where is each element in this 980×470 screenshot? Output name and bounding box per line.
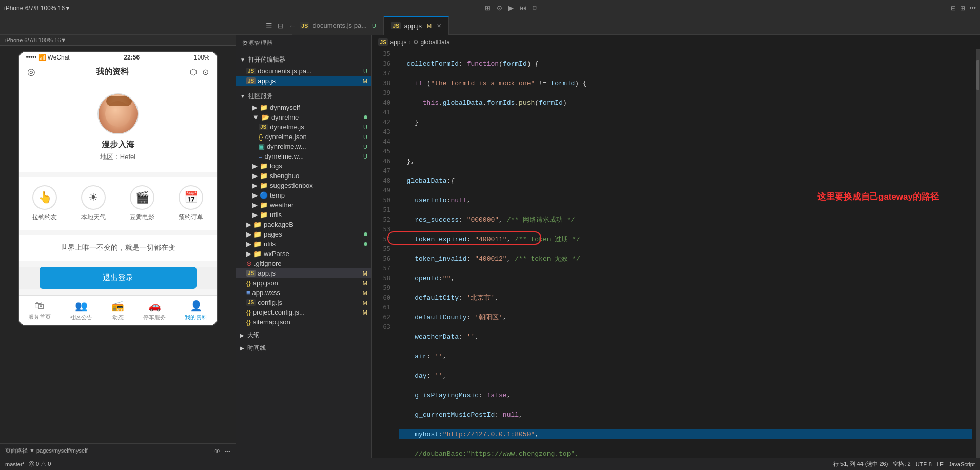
- folder-dynrelme[interactable]: ▼ 📂 dynrelme: [236, 112, 371, 122]
- outline-header[interactable]: ▶ 大纲: [236, 329, 371, 342]
- menu-item-1[interactable]: ☀ 本地天气: [72, 185, 115, 222]
- appjson-icon: {}: [246, 279, 251, 287]
- nav-location-icon[interactable]: ◎: [27, 66, 35, 77]
- layout-icon[interactable]: ⊟: [951, 5, 956, 12]
- skip-icon[interactable]: ⏮: [520, 4, 526, 12]
- nav-camera-icon[interactable]: ⊙: [202, 67, 209, 77]
- play-icon[interactable]: ▶: [508, 4, 514, 12]
- file-appjs-root[interactable]: JS app.js M: [236, 268, 371, 278]
- open-file-documents-badge: U: [363, 68, 367, 74]
- nav-compass-icon[interactable]: ⬡: [190, 67, 197, 77]
- timeline-header[interactable]: ▶ 时间线: [236, 342, 371, 355]
- more-icon[interactable]: •••: [969, 5, 976, 12]
- file-appjson-name: app.json: [253, 279, 278, 287]
- bottom-nav-dynamic[interactable]: 📻 动态: [111, 300, 124, 321]
- main-layout: iPhone 6/7/8 100% 16▼ ••••• 📶 WeChat 22:…: [0, 35, 980, 458]
- folder-weather-name: weather: [270, 201, 293, 209]
- bottom-nav-profile[interactable]: 👤 我的资料: [185, 300, 207, 321]
- language[interactable]: JavaScript: [949, 461, 975, 467]
- menu-item-0[interactable]: 👆 拉钩约友: [23, 185, 67, 222]
- explorer-nav-fwd[interactable]: →: [301, 22, 308, 30]
- folder-arrow-shenghuo: ▶: [252, 172, 258, 180]
- explorer-menu-icon[interactable]: ☰: [266, 22, 272, 30]
- git-branch[interactable]: master*: [5, 461, 25, 467]
- folder-dynmyself[interactable]: ▶ 📁 dynmyself: [236, 103, 371, 112]
- open-file-appjs[interactable]: JS app.js M: [236, 76, 371, 86]
- error-count: ⓪ 0 △ 0: [29, 460, 51, 468]
- split-icon[interactable]: ⊞: [960, 5, 965, 12]
- bottom-nav-home[interactable]: 🛍 服务首页: [28, 300, 51, 321]
- folder-utils[interactable]: ▶ 📁 utils: [236, 239, 371, 249]
- explorer-nav-back[interactable]: ←: [289, 22, 296, 30]
- code-line-39: [399, 137, 972, 147]
- open-editors-header[interactable]: ▼ 打开的编辑器: [236, 53, 371, 66]
- code-line-53: g_currentMusicPostId: null,: [399, 410, 972, 420]
- open-file-documents[interactable]: JS documents.js pa... U: [236, 66, 371, 76]
- home-icon: 🛍: [34, 300, 45, 311]
- tab-close-button[interactable]: ✕: [437, 23, 441, 29]
- folder-utils-inner[interactable]: ▶ 📁 utils: [236, 210, 371, 220]
- file-dynrelme-wxss[interactable]: ≡ dynrelme.w... U: [236, 151, 371, 161]
- code-line-41: globalData:{: [399, 176, 972, 186]
- tab-app-js-label: app.js: [404, 22, 422, 30]
- menu-icon-3: 📅: [179, 185, 203, 210]
- preview-icon[interactable]: 👁: [214, 448, 220, 454]
- phone-device-bar: iPhone 6/7/8 100% 16▼: [0, 35, 236, 46]
- menu-grid: 👆 拉钩约友 ☀ 本地天气 🎬 豆瓣电影 📅 预约订单: [19, 177, 217, 230]
- file-appjson[interactable]: {} app.json M: [236, 278, 371, 288]
- profile-icon: 👤: [190, 300, 203, 312]
- community-header[interactable]: ▼ 社区服务: [236, 90, 371, 103]
- copy-icon[interactable]: ⧉: [533, 4, 537, 12]
- menu-item-3[interactable]: 📅 预约订单: [169, 185, 213, 222]
- utils-dot: [364, 242, 367, 246]
- dynrelme-js-icon: JS: [259, 124, 268, 130]
- explorer-bookmark-icon[interactable]: ⊟: [278, 22, 284, 30]
- folder-temp[interactable]: ▶ 🔵 temp: [236, 190, 371, 200]
- file-project-config[interactable]: {} project.config.js... M: [236, 307, 371, 317]
- bottom-nav-parking[interactable]: 🚗 停车服务: [143, 300, 166, 321]
- menu-item-2[interactable]: 🎬 豆瓣电影: [121, 185, 164, 222]
- breadcrumb-scope: globalData: [421, 38, 450, 46]
- scrollbar-vertical[interactable]: [976, 49, 980, 458]
- folder-pages[interactable]: ▶ 📁 pages: [236, 229, 371, 239]
- phone-time: 22:56: [124, 54, 140, 61]
- profile-nav-label: 我的资料: [185, 314, 207, 321]
- scroll-thumb[interactable]: [976, 60, 979, 90]
- more-options[interactable]: •••: [224, 448, 230, 454]
- folder-shenghuo[interactable]: ▶ 📁 shenghuo: [236, 171, 371, 181]
- file-dynrelme-json-name: dynrelme.json: [265, 133, 307, 141]
- appjs-root-badge: M: [363, 270, 367, 277]
- status-bar-right: 行 51, 列 44 (选中 26) 空格: 2 UTF-8 LF JavaSc…: [833, 460, 975, 468]
- outline-arrow: ▶: [240, 332, 244, 338]
- file-sitemap[interactable]: {} sitemap.json: [236, 317, 371, 327]
- folder-suggestionbox[interactable]: ▶ 📁 suggestionbox: [236, 181, 371, 190]
- device-label: iPhone 6/7/8 100% 16▼: [5, 37, 66, 43]
- code-line-45: token_invalid: "400012", /** token 无效 */: [399, 254, 972, 264]
- grid-icon[interactable]: ⊞: [485, 4, 491, 12]
- status-bar: master* ⓪ 0 △ 0 行 51, 列 44 (选中 26) 空格: 2…: [0, 458, 980, 470]
- breadcrumb-file[interactable]: app.js: [390, 38, 406, 46]
- file-dynrelme-json[interactable]: {} dynrelme.json U: [236, 132, 371, 142]
- phone-bottom-nav: 🛍 服务首页 👥 社区公告 📻 动态 🚗 停车服务: [19, 295, 217, 325]
- logout-button[interactable]: 退出登录: [40, 267, 197, 289]
- file-dynrelme-wxml[interactable]: ▣ dynrelme.w... U: [236, 142, 371, 151]
- folder-packageb[interactable]: ▶ 📁 packageB: [236, 220, 371, 229]
- folder-arrow-logs: ▶: [252, 162, 258, 170]
- file-gitignore[interactable]: ⊝ .gitignore: [236, 259, 371, 268]
- device-selector[interactable]: iPhone 6/7/8 100% 16▼: [4, 5, 71, 12]
- folder-logs[interactable]: ▶ 📁 logs: [236, 161, 371, 171]
- community-label: 社区公告: [70, 314, 92, 321]
- page-path: 页面路径 ▼ pages/myself/myself: [5, 447, 88, 455]
- file-configjs[interactable]: JS config.js M: [236, 298, 371, 307]
- record-icon[interactable]: ⊙: [497, 4, 502, 12]
- folder-wxparse[interactable]: ▶ 📁 wxParse: [236, 249, 371, 259]
- dynrelme-wxml-icon: ▣: [259, 143, 265, 150]
- tab-app-js[interactable]: JS app.js M ✕: [384, 16, 449, 35]
- file-appwxss[interactable]: ≡ app.wxss M: [236, 288, 371, 298]
- folder-weather[interactable]: ▶ 📁 weather: [236, 200, 371, 210]
- folder-icon-packageb: 📁: [253, 221, 262, 228]
- avatar: [97, 93, 139, 134]
- menu-label-0: 拉钩约友: [32, 213, 57, 222]
- bottom-nav-community[interactable]: 👥 社区公告: [70, 300, 92, 321]
- file-dynrelme-js[interactable]: JS dynrelme.js U: [236, 122, 371, 132]
